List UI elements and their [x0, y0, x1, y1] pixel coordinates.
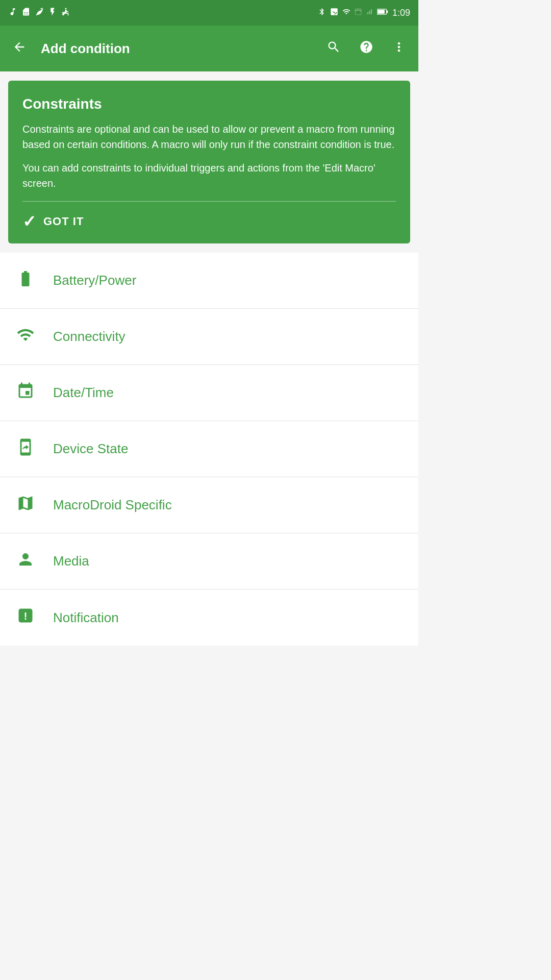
list-item-media[interactable]: Media: [0, 533, 418, 590]
search-button[interactable]: [322, 36, 345, 62]
svg-text:!: !: [24, 610, 28, 622]
status-bar: 1:09: [0, 0, 418, 26]
media-label: Media: [53, 553, 89, 569]
svg-rect-3: [378, 10, 385, 14]
sim-icon: [21, 7, 31, 18]
status-bar-right-icons: 1:09: [318, 8, 410, 18]
datetime-icon: [12, 382, 39, 404]
check-icon: ✓: [22, 212, 36, 231]
notification-icon: !: [12, 606, 39, 629]
got-it-button[interactable]: ✓ GOT IT: [22, 212, 396, 231]
list-item-notification[interactable]: ! Notification: [0, 590, 418, 646]
page-title: Add condition: [41, 41, 312, 57]
datetime-label: Date/Time: [53, 385, 114, 401]
got-it-label: GOT IT: [43, 215, 84, 228]
info-card-paragraph2: You can add constraints to individual tr…: [22, 160, 396, 191]
battery-icon: [377, 8, 388, 17]
more-options-button[interactable]: [388, 36, 410, 62]
info-card: Constraints Constraints are optional and…: [8, 81, 410, 243]
flash-icon: [48, 7, 57, 18]
music-icon: [8, 7, 17, 18]
connectivity-label: Connectivity: [53, 329, 126, 345]
leaf-icon: [35, 7, 44, 18]
connectivity-icon: [12, 326, 39, 348]
list-item-battery-power[interactable]: Battery/Power: [0, 253, 418, 309]
media-icon: [12, 550, 39, 573]
wifi-icon: [342, 8, 350, 18]
app-bar: Add condition: [0, 26, 418, 71]
battery-power-icon: [12, 270, 39, 292]
info-card-paragraph1: Constraints are optional and can be used…: [22, 121, 396, 152]
condition-list: Battery/Power Connectivity Date/Time Dev…: [0, 253, 418, 646]
list-item-date-time[interactable]: Date/Time: [0, 365, 418, 421]
macrodroid-specific-label: MacroDroid Specific: [53, 497, 172, 513]
macrodroid-icon: [12, 494, 39, 517]
nfc-icon: [330, 8, 338, 18]
info-card-title: Constraints: [22, 96, 396, 112]
help-button[interactable]: [355, 36, 378, 62]
back-button[interactable]: [8, 36, 31, 62]
list-item-connectivity[interactable]: Connectivity: [0, 309, 418, 365]
list-item-device-state[interactable]: Device State: [0, 421, 418, 477]
bluetooth-icon: [318, 8, 326, 18]
notification-label: Notification: [53, 610, 119, 626]
signal2-icon: [366, 8, 373, 17]
battery-power-label: Battery/Power: [53, 273, 136, 288]
device-state-label: Device State: [53, 441, 128, 457]
svg-rect-4: [387, 10, 388, 13]
device-state-icon: [12, 438, 39, 460]
svg-point-0: [65, 8, 67, 10]
status-bar-left-icons: [8, 7, 70, 18]
accessibility-icon: [61, 7, 70, 18]
status-time: 1:09: [392, 8, 410, 18]
signal1-icon: [355, 8, 362, 17]
list-item-macrodroid-specific[interactable]: MacroDroid Specific: [0, 477, 418, 533]
info-card-divider: [22, 201, 396, 202]
